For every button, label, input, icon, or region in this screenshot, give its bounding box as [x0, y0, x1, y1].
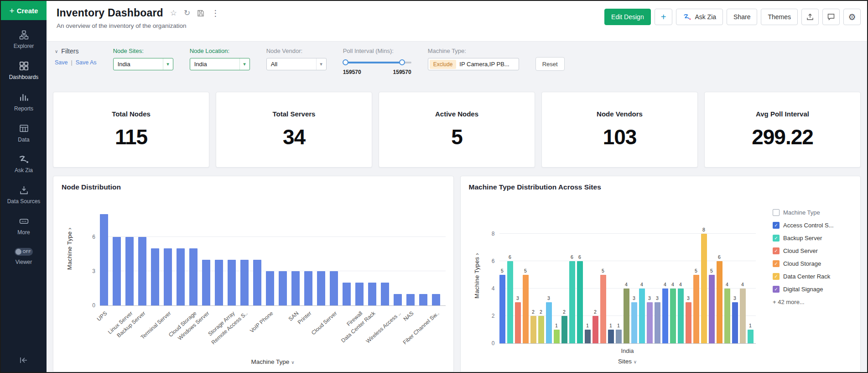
bar[interactable]: [343, 283, 351, 305]
x-axis-title[interactable]: Sites ∨: [499, 358, 756, 365]
bar[interactable]: [701, 234, 707, 343]
legend-more-link[interactable]: + 42 more...: [773, 299, 855, 305]
legend-checkbox[interactable]: ✓: [773, 247, 780, 254]
bar[interactable]: [538, 316, 544, 343]
bar[interactable]: [368, 283, 376, 305]
filters-toggle[interactable]: ∨ Filters: [55, 47, 97, 55]
refresh-icon[interactable]: ↻: [184, 9, 190, 17]
create-button[interactable]: + Create: [1, 1, 47, 20]
node-vendor-select[interactable]: All ▾: [266, 58, 327, 70]
bar[interactable]: [693, 275, 699, 343]
legend-item[interactable]: ✓Digital Signage: [773, 286, 855, 293]
sidebar-item-ask-zia[interactable]: Ask Zia: [3, 155, 45, 173]
legend-checkbox[interactable]: ✓: [773, 273, 780, 280]
bar[interactable]: [177, 248, 185, 305]
bar[interactable]: [577, 261, 583, 343]
bar[interactable]: [561, 316, 567, 343]
sidebar-item-data[interactable]: Data: [3, 124, 45, 143]
legend-item[interactable]: ✓Cloud Server: [773, 247, 855, 254]
bar[interactable]: [717, 261, 722, 343]
legend-item[interactable]: ✓Data Center Rack: [773, 273, 855, 280]
add-button[interactable]: +: [655, 9, 673, 25]
bar[interactable]: [585, 330, 591, 343]
bar[interactable]: [515, 302, 521, 343]
legend-item[interactable]: ✓Access Control S...: [773, 222, 855, 229]
bar[interactable]: [164, 248, 172, 305]
x-axis-title[interactable]: Machine Type ∨: [100, 358, 446, 365]
slider-handle-right[interactable]: [399, 59, 405, 65]
bar[interactable]: [748, 330, 754, 343]
themes-button[interactable]: Themes: [761, 9, 798, 25]
bar[interactable]: [317, 271, 325, 305]
node-sites-select[interactable]: India ▾: [113, 58, 173, 70]
bar[interactable]: [381, 283, 389, 305]
bar[interactable]: [631, 302, 637, 343]
collapse-sidebar-button[interactable]: [19, 356, 29, 367]
export-button[interactable]: [801, 9, 819, 25]
legend-checkbox[interactable]: ✓: [773, 235, 780, 242]
bar[interactable]: [616, 330, 622, 343]
ask-zia-button[interactable]: Ask Zia: [676, 9, 723, 25]
bar[interactable]: [100, 214, 108, 305]
share-button[interactable]: Share: [727, 9, 757, 25]
bar[interactable]: [138, 237, 146, 305]
legend-checkbox[interactable]: ✓: [773, 222, 780, 229]
reset-button[interactable]: Reset: [535, 57, 565, 71]
bar[interactable]: [593, 316, 598, 343]
bar[interactable]: [125, 237, 134, 305]
viewer-toggle[interactable]: OFF: [15, 248, 33, 256]
sidebar-item-data-sources[interactable]: Data Sources: [3, 185, 45, 205]
bar[interactable]: [624, 289, 629, 343]
legend-checkbox[interactable]: ✓: [773, 286, 780, 293]
bar[interactable]: [419, 294, 427, 305]
node-location-select[interactable]: India ▾: [190, 58, 250, 70]
bar[interactable]: [670, 289, 676, 343]
bar[interactable]: [655, 302, 660, 343]
bar[interactable]: [709, 275, 715, 343]
bar[interactable]: [686, 302, 691, 343]
bar[interactable]: [546, 302, 552, 343]
bar[interactable]: [228, 260, 236, 305]
sidebar-item-explorer[interactable]: Explorer: [3, 30, 45, 49]
legend-header[interactable]: Machine Type: [773, 209, 855, 216]
bar[interactable]: [523, 275, 529, 343]
bar[interactable]: [662, 289, 668, 343]
y-axis-title[interactable]: Machine Types ›: [473, 253, 480, 299]
bar[interactable]: [600, 275, 606, 343]
kpi-card-total-nodes[interactable]: Total Nodes 115: [53, 92, 209, 168]
bar[interactable]: [304, 271, 312, 305]
bar[interactable]: [253, 260, 261, 305]
y-axis-title[interactable]: Machine Type ›: [66, 227, 73, 270]
bar[interactable]: [266, 271, 274, 305]
save-icon[interactable]: [197, 10, 204, 17]
edit-design-button[interactable]: Edit Design: [604, 9, 651, 25]
settings-button[interactable]: ⚙: [843, 9, 861, 25]
legend-checkbox[interactable]: ✓: [773, 260, 780, 267]
bar[interactable]: [530, 316, 536, 343]
bar[interactable]: [291, 271, 300, 305]
sidebar-item-reports[interactable]: Reports: [3, 93, 45, 112]
bar[interactable]: [647, 302, 653, 343]
bar[interactable]: [678, 289, 684, 343]
poll-interval-slider[interactable]: [343, 59, 411, 65]
kebab-menu-icon[interactable]: ⋮: [211, 9, 219, 17]
bar[interactable]: [554, 330, 560, 343]
legend-item[interactable]: ✓Backup Server: [773, 235, 855, 242]
slider-handle-left[interactable]: [343, 59, 348, 65]
kpi-card-avg-poll-interval[interactable]: Avg Poll Interval 299.22: [704, 92, 861, 168]
bar[interactable]: [202, 260, 210, 305]
bar[interactable]: [732, 302, 738, 343]
bar[interactable]: [406, 294, 415, 305]
kpi-card-total-servers[interactable]: Total Servers 34: [216, 92, 372, 168]
bar[interactable]: [740, 289, 746, 343]
sidebar-item-dashboards[interactable]: Dashboards: [3, 61, 45, 80]
bar[interactable]: [355, 283, 364, 305]
kpi-card-active-nodes[interactable]: Active Nodes 5: [379, 92, 535, 168]
legend-item[interactable]: ✓Cloud Storage: [773, 260, 855, 267]
bar[interactable]: [639, 289, 645, 343]
kpi-card-node-vendors[interactable]: Node Vendors 103: [541, 92, 698, 168]
legend-select-all-checkbox[interactable]: [773, 209, 780, 216]
bar[interactable]: [240, 260, 249, 305]
bar[interactable]: [279, 271, 287, 305]
sidebar-item-more[interactable]: More: [3, 216, 45, 236]
